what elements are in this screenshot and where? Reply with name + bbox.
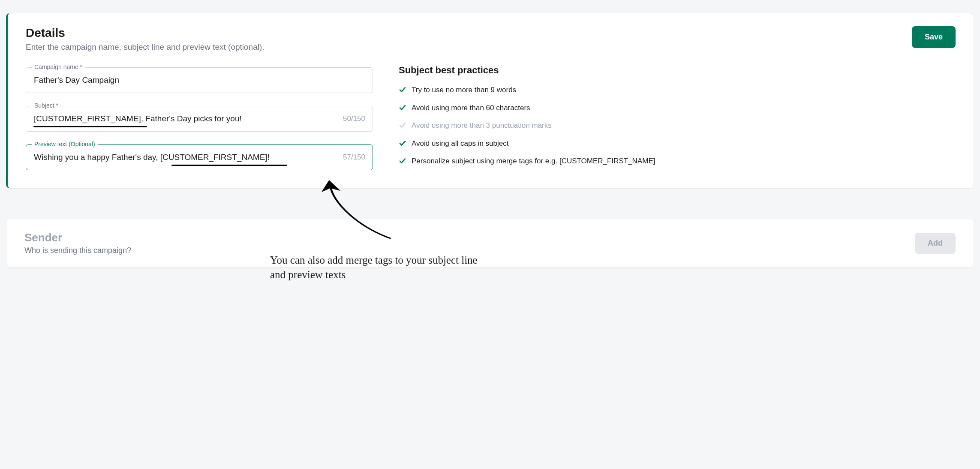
annotation-text: You can also add merge tags to your subj… [270, 253, 634, 282]
best-practices-item: Avoid using more than 60 characters [399, 102, 956, 114]
campaign-name-label: Campaign name * [32, 63, 85, 70]
best-practices-item: Avoid using more than 3 punctuation mark… [399, 120, 956, 131]
add-button[interactable]: Add [915, 233, 956, 254]
best-practices-panel: Subject best practices Try to use no mor… [399, 67, 956, 170]
check-icon [399, 86, 406, 93]
preview-text-label: Preview text (Optional) [32, 141, 98, 147]
details-title: Details [26, 26, 265, 40]
preview-text-counter: 57/150 [343, 153, 365, 162]
sender-subtitle: Who is sending this campaign? [24, 246, 131, 255]
sender-title: Sender [24, 231, 131, 244]
preview-text-input[interactable] [26, 144, 373, 170]
check-icon [399, 121, 406, 129]
best-practices-title: Subject best practices [399, 65, 956, 76]
best-practices-item-text: Personalize subject using merge tags for… [412, 156, 655, 167]
subject-counter: 50/150 [343, 114, 365, 123]
details-card: Details Enter the campaign name, subject… [6, 13, 974, 189]
check-icon [399, 104, 406, 111]
preview-text-field: Preview text (Optional) 57/150 [26, 144, 373, 170]
check-icon [399, 157, 406, 165]
best-practices-item: Avoid using all caps in subject [399, 138, 956, 149]
subject-field: Subject * 50/150 [26, 106, 373, 132]
best-practices-item-text: Try to use no more than 9 words [412, 84, 516, 96]
best-practices-item-text: Avoid using more than 60 characters [412, 102, 530, 114]
best-practices-item: Personalize subject using merge tags for… [399, 156, 956, 167]
best-practices-item-text: Avoid using more than 3 punctuation mark… [412, 120, 552, 131]
campaign-name-input[interactable] [26, 67, 373, 93]
details-subtitle: Enter the campaign name, subject line an… [26, 42, 265, 52]
campaign-name-field: Campaign name * [26, 67, 373, 93]
subject-input[interactable] [26, 106, 373, 132]
best-practices-item: Try to use no more than 9 words [399, 84, 956, 96]
check-icon [399, 139, 406, 147]
save-button[interactable]: Save [912, 26, 956, 48]
subject-label: Subject * [32, 102, 61, 109]
best-practices-item-text: Avoid using all caps in subject [412, 138, 509, 149]
